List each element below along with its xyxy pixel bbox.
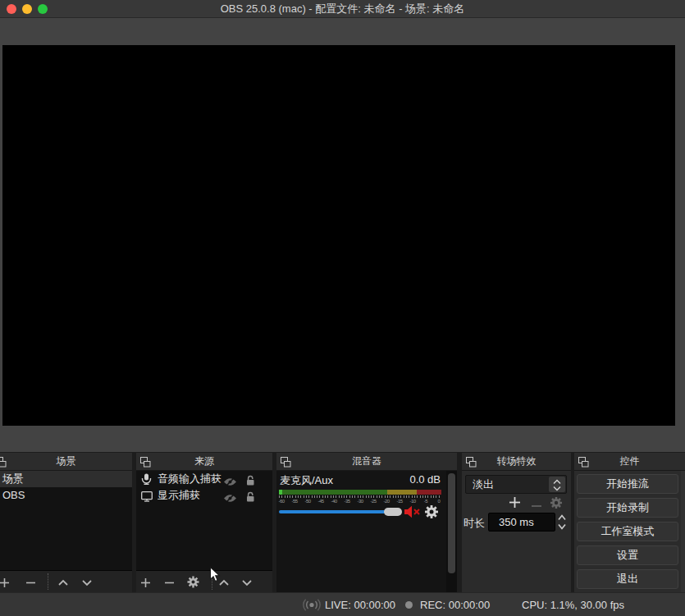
move-scene-up-icon[interactable] <box>57 577 69 591</box>
duration-label: 时长 <box>464 516 485 531</box>
controls-dock-header[interactable]: 控件 <box>574 453 685 471</box>
titlebar: OBS 25.0.8 (mac) - 配置文件: 未命名 - 场景: 未命名 <box>0 0 685 18</box>
duration-input[interactable]: 350 ms <box>488 513 555 532</box>
start-recording-button[interactable]: 开始录制 <box>577 498 678 518</box>
transition-properties-gear-icon[interactable] <box>550 496 563 513</box>
meter-scale: -60-55-50-45-40-35-30-25-20-15-10-50 <box>276 499 445 504</box>
remove-scene-icon[interactable] <box>25 577 36 591</box>
scene-item[interactable]: OBS <box>0 487 132 504</box>
sources-dock: 来源 音频输入捕获 显示捕获 <box>136 453 272 592</box>
scenes-list: 场景 OBS <box>0 471 132 592</box>
transitions-dock: 转场特效 淡出 时长 350 ms <box>462 453 571 592</box>
remove-transition-icon[interactable] <box>531 499 542 513</box>
add-transition-icon[interactable] <box>509 496 521 512</box>
mixer-scrollbar-thumb[interactable] <box>448 473 455 573</box>
source-item-display-capture[interactable]: 显示捕获 <box>136 487 272 504</box>
window-title: OBS 25.0.8 (mac) - 配置文件: 未命名 - 场景: 未命名 <box>0 0 685 18</box>
transitions-body: 淡出 时长 350 ms <box>462 471 571 592</box>
move-source-down-icon[interactable] <box>241 577 253 591</box>
controls-dock: 控件 开始推流 开始录制 工作室模式 设置 退出 <box>574 453 685 592</box>
mixer-dock-header[interactable]: 混音器 <box>276 453 457 471</box>
mixer-body: 麦克风/Aux 0.0 dB -60-55-50-45-40-35-30-25-… <box>276 471 457 592</box>
sources-dock-header[interactable]: 来源 <box>136 453 272 471</box>
transitions-dock-title: 转场特效 <box>497 455 537 467</box>
scenes-dock-header[interactable]: 场景 <box>0 453 132 471</box>
toolbar-separator <box>212 573 212 590</box>
remove-source-icon[interactable] <box>164 577 175 591</box>
source-item-audio-input[interactable]: 音频输入捕获 <box>136 471 272 487</box>
preview-canvas[interactable] <box>2 45 675 426</box>
sources-list: 音频输入捕获 显示捕获 <box>136 471 272 592</box>
rec-timer: REC: 00:00:00 <box>420 593 490 616</box>
lock-open-icon[interactable] <box>245 491 255 507</box>
studio-mode-button[interactable]: 工作室模式 <box>577 522 678 541</box>
speaker-muted-icon[interactable] <box>404 505 423 522</box>
status-bar: LIVE: 00:00:00 REC: 00:00:00 CPU: 1.1%, … <box>0 592 685 616</box>
mixer-gear-icon[interactable] <box>424 504 439 522</box>
add-scene-icon[interactable] <box>0 577 10 591</box>
move-scene-down-icon[interactable] <box>81 577 93 591</box>
transitions-dock-header[interactable]: 转场特效 <box>462 453 571 471</box>
duration-stepper[interactable] <box>555 513 569 532</box>
mixer-dock-title: 混音器 <box>352 455 381 467</box>
meter-tickmarks <box>279 495 441 498</box>
cpu-usage: CPU: 1.1%, 30.00 fps <box>522 593 624 616</box>
source-label: 显示捕获 <box>158 487 221 504</box>
visibility-hidden-icon[interactable] <box>223 491 237 508</box>
live-timer: LIVE: 00:00:00 <box>325 593 395 616</box>
source-properties-gear-icon[interactable] <box>187 576 199 591</box>
volume-slider-handle[interactable] <box>384 508 402 516</box>
settings-button[interactable]: 设置 <box>577 545 678 565</box>
display-icon <box>141 491 153 507</box>
controls-scrollbar[interactable] <box>681 471 685 592</box>
volume-slider-track[interactable] <box>279 510 386 513</box>
scenes-toolbar <box>0 570 132 592</box>
live-signal-icon <box>303 599 321 614</box>
mixer-dock: 混音器 麦克风/Aux 0.0 dB -60-55-50-45-40-35-30… <box>276 453 457 592</box>
mixer-channel-name: 麦克风/Aux <box>280 473 333 488</box>
transition-select-stepper[interactable] <box>549 477 565 492</box>
add-source-icon[interactable] <box>140 577 151 591</box>
rec-dot-icon <box>405 601 413 609</box>
controls-dock-title: 控件 <box>620 455 640 467</box>
transition-selected-value: 淡出 <box>473 476 494 493</box>
mixer-level-db: 0.0 dB <box>409 473 441 486</box>
toolbar-separator <box>48 573 48 590</box>
source-label: 音频输入捕获 <box>158 471 221 487</box>
sources-toolbar <box>136 570 272 592</box>
exit-button[interactable]: 退出 <box>577 569 678 589</box>
transition-select[interactable]: 淡出 <box>465 475 567 494</box>
scene-item-selected[interactable]: 场景 <box>0 471 132 487</box>
volume-meter <box>279 490 441 495</box>
start-streaming-button[interactable]: 开始推流 <box>577 474 678 494</box>
scenes-dock-title: 场景 <box>57 455 76 467</box>
sources-dock-title: 来源 <box>194 455 214 467</box>
scenes-dock: 场景 场景 OBS <box>0 453 132 592</box>
controls-body: 开始推流 开始录制 工作室模式 设置 退出 <box>574 471 685 592</box>
dock-area: 场景 场景 OBS 来源 <box>0 452 685 592</box>
mixer-scrollbar[interactable] <box>446 471 457 592</box>
move-source-up-icon[interactable] <box>218 577 230 591</box>
